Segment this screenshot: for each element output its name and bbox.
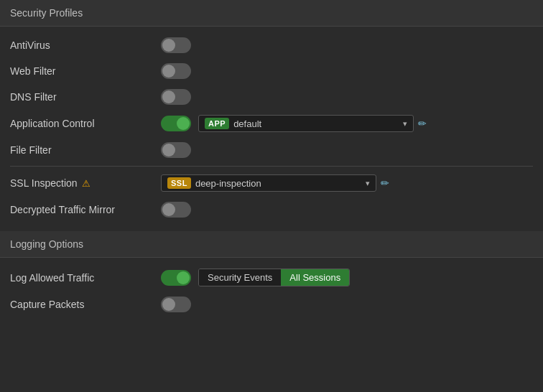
decrypted-traffic-label: Decrypted Traffic Mirror	[10, 204, 154, 215]
filefilter-label: File Filter	[10, 144, 154, 156]
appcontrol-dropdown-arrow: ▾	[403, 119, 407, 129]
decrypted-traffic-row: Decrypted Traffic Mirror	[10, 197, 533, 223]
log-allowed-traffic-toggle[interactable]	[161, 270, 191, 286]
app-badge: APP	[205, 118, 229, 129]
appcontrol-dropdown[interactable]: APP default ▾	[198, 115, 414, 132]
logging-options-title: Logging Options	[10, 238, 83, 250]
logging-options-body: Log Allowed Traffic Security Events All …	[0, 258, 543, 323]
appcontrol-toggle[interactable]	[161, 116, 191, 131]
session-buttons-group: Security Events All Sessions	[198, 269, 350, 286]
main-container: Security Profiles AntiVirus Web Filter	[0, 0, 543, 392]
dnsfilter-label: DNS Filter	[10, 91, 154, 103]
appcontrol-dropdown-value: default	[233, 118, 399, 129]
webfilter-label: Web Filter	[10, 65, 154, 77]
security-events-button[interactable]: Security Events	[199, 269, 281, 286]
capture-packets-label: Capture Packets	[10, 299, 154, 310]
decrypted-traffic-toggle[interactable]	[161, 202, 191, 218]
ssl-inspection-row: SSL Inspection ⚠ SSL deep-inspection ▾ ✏	[10, 169, 533, 197]
ssl-dropdown-container: SSL deep-inspection ▾ ✏	[161, 174, 389, 192]
capture-packets-row: Capture Packets	[10, 291, 533, 317]
dnsfilter-toggle[interactable]	[161, 89, 191, 105]
ssl-warning-icon: ⚠	[82, 178, 90, 189]
dnsfilter-row: DNS Filter	[10, 84, 533, 110]
appcontrol-label: Application Control	[10, 118, 154, 129]
ssl-edit-icon[interactable]: ✏	[381, 177, 389, 189]
ssl-badge: SSL	[167, 177, 191, 189]
ssl-dropdown-arrow: ▾	[366, 179, 370, 188]
ssl-dropdown-value: deep-inspection	[195, 178, 361, 189]
capture-packets-toggle[interactable]	[161, 297, 191, 312]
all-sessions-button[interactable]: All Sessions	[281, 269, 349, 286]
appcontrol-row: Application Control APP default ▾ ✏	[10, 110, 533, 137]
appcontrol-edit-icon[interactable]: ✏	[418, 118, 427, 129]
filefilter-toggle[interactable]	[161, 142, 191, 158]
ssl-inspection-label: SSL Inspection ⚠	[10, 177, 154, 189]
webfilter-toggle[interactable]	[161, 63, 191, 79]
security-profiles-title: Security Profiles	[10, 7, 83, 19]
webfilter-row: Web Filter	[10, 58, 533, 84]
log-allowed-traffic-label: Log Allowed Traffic	[10, 272, 154, 284]
ssl-dropdown[interactable]: SSL deep-inspection ▾	[161, 174, 376, 192]
antivirus-label: AntiVirus	[10, 39, 154, 51]
security-profiles-body: AntiVirus Web Filter DNS Filter	[0, 27, 543, 228]
logging-options-header: Logging Options	[0, 231, 543, 258]
filefilter-row: File Filter	[10, 137, 533, 163]
security-profiles-header: Security Profiles	[0, 0, 543, 27]
appcontrol-dropdown-container: APP default ▾ ✏	[198, 115, 427, 132]
antivirus-row: AntiVirus	[10, 32, 533, 58]
log-allowed-traffic-row: Log Allowed Traffic Security Events All …	[10, 263, 533, 291]
divider-1	[10, 166, 533, 167]
antivirus-toggle[interactable]	[161, 37, 191, 53]
